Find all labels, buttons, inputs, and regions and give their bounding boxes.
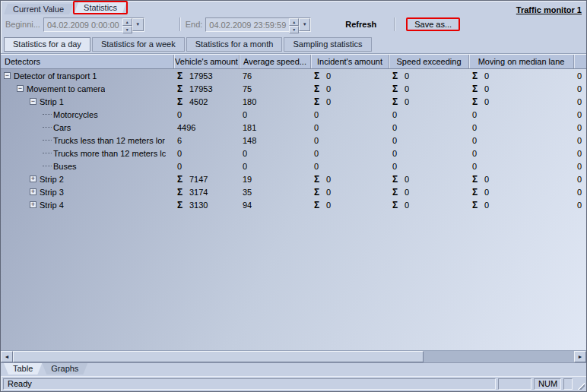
sum-icon: Σ [314,200,326,210]
table-row[interactable]: +Strip 2Σ714719Σ0Σ0Σ00 [1,172,586,185]
end-datetime-field[interactable]: 04.02.2009 23:59:59 ▲ ▼ ▼ [205,17,311,32]
tab-statistics-for-a-month[interactable]: Statistics for a month [186,37,283,52]
begin-dropdown[interactable]: ▼ [132,18,144,31]
cell-value: Σ0 [469,187,574,198]
cell-number: 0 [392,149,397,158]
table-row[interactable]: −Movement to cameraΣ1795375Σ0Σ0Σ00 [1,82,586,95]
spin-up-icon[interactable]: ▲ [289,18,299,26]
cell-number: 181 [243,123,256,132]
cell-number: 0 [577,71,582,81]
cell-value: 0 [574,175,586,184]
spin-down-icon[interactable]: ▼ [122,26,132,33]
cell-number: 0 [577,123,582,132]
table-row[interactable]: −Strip 1Σ4502180Σ0Σ0Σ00 [1,95,586,108]
tab-graphs[interactable]: Graphs [42,363,87,375]
sum-icon: Σ [472,71,484,81]
spin-down-icon[interactable]: ▼ [289,26,299,33]
scroll-right-icon[interactable]: ► [574,351,586,362]
column-header-average-speed[interactable]: Average speed... [240,55,311,68]
cell-number: 0 [392,123,397,132]
cell-number: 3174 [189,188,208,197]
sum-icon: Σ [177,200,189,210]
status-text: Ready [3,378,496,390]
tree-connector-icon [43,166,52,166]
begin-datetime-field[interactable]: 04.02.2009 0:00:00 ▲ ▼ ▼ [43,17,144,32]
column-header-moving-on-median-lane[interactable]: Moving on median lane [469,55,574,68]
cell-number: 148 [243,136,256,145]
tab-statistics-for-a-day[interactable]: Statistics for a day [4,37,90,52]
cell-value: 0 [574,162,586,171]
view-tab-bar: Table Graphs [1,362,586,376]
begin-datetime-value: 04.02.2009 0:00:00 [44,18,122,31]
sum-icon: Σ [472,187,484,198]
cell-number: 0 [577,136,582,145]
begin-spinner[interactable]: ▲ ▼ [122,18,132,31]
end-spinner[interactable]: ▲ ▼ [289,18,299,31]
tab-current-value[interactable]: Current Value [4,4,73,14]
refresh-button[interactable]: Refresh [338,18,383,30]
table-row[interactable]: Motorcycles000000 [1,108,586,121]
tab-statistics[interactable]: Statistics [75,2,126,13]
cell-value: 94 [240,201,311,210]
expand-icon[interactable]: + [30,188,36,195]
collapse-icon[interactable]: − [4,72,11,79]
table-row[interactable]: +Strip 4Σ313094Σ0Σ0Σ00 [1,198,586,211]
collapse-icon[interactable]: − [17,85,24,92]
scrollbar-thumb[interactable] [13,351,424,362]
column-header-detectors[interactable]: Detectors [1,55,174,68]
cell-value: 0 [574,71,586,81]
end-dropdown[interactable]: ▼ [299,18,310,31]
expand-icon[interactable]: + [30,201,36,208]
collapse-icon[interactable]: − [30,98,36,105]
tab-sampling-statistics[interactable]: Sampling statistics [284,37,371,52]
toolbar-separator [179,17,181,31]
cell-value: 0 [311,123,389,132]
cell-number: 0 [577,188,582,197]
cell-value: Σ0 [469,84,574,94]
cell-number: 0 [405,97,409,106]
tree-connector-icon [43,127,52,128]
status-bar: Ready NUM [1,376,586,391]
table-row[interactable]: −Detector of transport 1Σ1795376Σ0Σ0Σ00 [1,69,586,82]
sum-icon: Σ [472,174,484,185]
column-header-speed-exceeding[interactable]: Speed exceeding [389,55,469,68]
cell-number: 0 [484,201,489,210]
cell-value: 0 [389,110,469,119]
cell-number: 0 [577,201,582,210]
cell-number: 0 [405,201,409,210]
app-window: Current Value Statistics Traffic monitor… [0,0,587,392]
table-row[interactable]: Trucks less than 12 meters lor61480000 [1,134,586,147]
table-row[interactable]: +Strip 3Σ317435Σ0Σ0Σ00 [1,185,586,198]
cell-value: 4496 [174,123,240,132]
scrollbar-track[interactable] [13,351,574,362]
spin-up-icon[interactable]: ▲ [122,18,132,26]
cell-number: 0 [392,110,397,119]
cell-number: 0 [577,162,582,171]
scroll-left-icon[interactable]: ◄ [1,351,13,362]
cell-number: 0 [314,136,319,145]
column-header-incident-s-amount[interactable]: Incident's amount [311,55,389,68]
column-header-extra[interactable] [574,55,586,68]
cell-number: 0 [472,123,477,132]
cell-value: 0 [240,162,311,171]
cell-number: 0 [243,110,247,119]
cell-number: 94 [243,201,252,210]
horizontal-scrollbar[interactable]: ◄ ► [1,350,586,362]
tab-table[interactable]: Table [4,363,42,375]
table-row[interactable]: Buses000000 [1,160,586,172]
expand-icon[interactable]: + [30,175,36,182]
cell-value: Σ0 [469,174,574,185]
cell-value: 0 [240,110,311,119]
sum-icon: Σ [177,71,189,81]
table-row[interactable]: Cars44961810000 [1,121,586,134]
cell-value: 0 [311,149,389,158]
cell-number: 0 [326,175,331,184]
table-row[interactable]: Trucks more than 12 meters lc000000 [1,147,586,160]
cell-number: 0 [484,71,489,81]
save-as-button[interactable]: Save as... [406,17,460,31]
tab-statistics-for-a-week[interactable]: Statistics for a week [92,37,185,52]
column-header-vehicle-s-amount[interactable]: Vehicle's amount [174,55,240,68]
resize-grip-icon[interactable] [575,380,585,390]
cell-number: 0 [243,162,247,171]
tree-connector-icon [43,114,52,115]
